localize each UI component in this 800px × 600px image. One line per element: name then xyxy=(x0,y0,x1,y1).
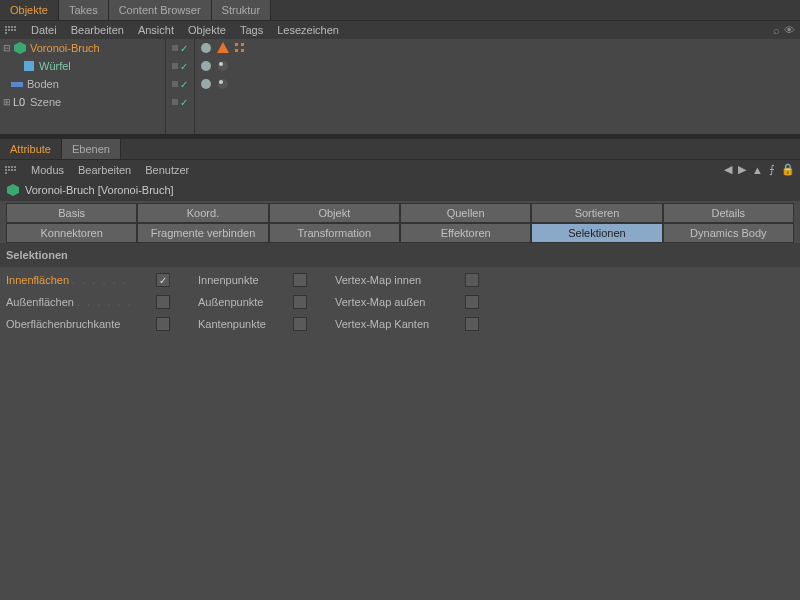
visibility-toggle[interactable]: ✓ xyxy=(166,39,194,57)
eye-icon[interactable]: 👁 xyxy=(784,24,795,36)
svg-point-12 xyxy=(219,62,223,66)
search-icon[interactable]: ⌕ xyxy=(773,24,780,36)
tree-label: Würfel xyxy=(39,60,71,72)
menu-modus[interactable]: Modus xyxy=(31,164,64,176)
tag-warning-icon[interactable] xyxy=(216,41,230,55)
attr-tab-selektionen[interactable]: Selektionen xyxy=(531,223,662,243)
svg-marker-5 xyxy=(217,42,229,53)
collapse-icon[interactable]: ⊟ xyxy=(3,43,13,53)
checkbox[interactable] xyxy=(293,295,307,309)
dots: . . . . . . xyxy=(77,296,133,308)
tree-label: Voronoi-Bruch xyxy=(30,42,100,54)
menu-ansicht[interactable]: Ansicht xyxy=(138,24,174,36)
checkbox[interactable] xyxy=(293,317,307,331)
visibility-toggle[interactable]: ✓ xyxy=(166,57,194,75)
param-row: Außenflächen . . . . . . xyxy=(6,293,170,311)
checkbox[interactable] xyxy=(293,273,307,287)
attribute-header-text: Voronoi-Bruch [Voronoi-Bruch] xyxy=(25,184,174,196)
attr-tab-transformation[interactable]: Transformation xyxy=(269,223,400,243)
lock-icon[interactable]: 🔒 xyxy=(781,163,795,176)
menu-benutzer[interactable]: Benutzer xyxy=(145,164,189,176)
menu-datei[interactable]: Datei xyxy=(31,24,57,36)
menu-objekte[interactable]: Objekte xyxy=(188,24,226,36)
nav-back-icon[interactable]: ◀ xyxy=(724,163,732,176)
attr-tab-koord[interactable]: Koord. xyxy=(137,203,268,223)
tree-label: Szene xyxy=(30,96,61,108)
attr-tab-sortieren[interactable]: Sortieren xyxy=(531,203,662,223)
function-icon[interactable]: ⨍ xyxy=(769,163,775,176)
tag-sphere-icon[interactable] xyxy=(199,41,213,55)
attr-tab-konnektoren[interactable]: Konnektoren xyxy=(6,223,137,243)
tree-row[interactable]: Boden xyxy=(0,75,165,93)
nav-up-icon[interactable]: ▲ xyxy=(752,164,763,176)
checkbox[interactable] xyxy=(465,295,479,309)
tree-row[interactable]: ⊞ L0 Szene xyxy=(0,93,165,111)
attr-tab-basis[interactable]: Basis xyxy=(6,203,137,223)
tag-row[interactable] xyxy=(199,39,800,57)
tree-row[interactable]: ⊟ Voronoi-Bruch xyxy=(0,39,165,57)
menu-bearbeiten[interactable]: Bearbeiten xyxy=(71,24,124,36)
param-label: Innenflächen . . . . . . xyxy=(6,274,156,286)
checkbox[interactable] xyxy=(465,273,479,287)
attribute-tab-bar: Attribute Ebenen xyxy=(0,139,800,160)
voronoi-icon xyxy=(13,41,27,55)
param-row: Oberflächenbruchkante xyxy=(6,315,170,333)
tag-sphere-icon[interactable] xyxy=(199,77,213,91)
attr-tab-fragmenteverbinden[interactable]: Fragmente verbinden xyxy=(137,223,268,243)
tag-material-icon[interactable] xyxy=(216,77,230,91)
param-label: Außenpunkte xyxy=(198,296,293,308)
visibility-toggle[interactable]: ✓ xyxy=(166,75,194,93)
tab-ebenen[interactable]: Ebenen xyxy=(62,139,121,159)
svg-rect-9 xyxy=(241,49,244,52)
param-label: Außenflächen . . . . . . xyxy=(6,296,156,308)
checkbox[interactable] xyxy=(465,317,479,331)
svg-marker-0 xyxy=(14,42,26,54)
attr-tab-effektoren[interactable]: Effektoren xyxy=(400,223,531,243)
tab-takes[interactable]: Takes xyxy=(59,0,109,20)
menu-lesezeichen[interactable]: Lesezeichen xyxy=(277,24,339,36)
expand-icon[interactable]: ⊞ xyxy=(3,97,13,107)
svg-rect-8 xyxy=(235,49,238,52)
attr-tab-quellen[interactable]: Quellen xyxy=(400,203,531,223)
tag-row[interactable] xyxy=(199,57,800,75)
tag-material-icon[interactable] xyxy=(216,59,230,73)
param-row: Innenpunkte xyxy=(198,271,307,289)
param-label: Innenpunkte xyxy=(198,274,293,286)
param-label: Vertex-Map Kanten xyxy=(335,318,465,330)
svg-point-10 xyxy=(201,61,211,71)
tag-grid-icon[interactable] xyxy=(233,41,247,55)
checkbox[interactable] xyxy=(156,295,170,309)
attr-tab-dynamicsbody[interactable]: Dynamics Body xyxy=(663,223,794,243)
svg-point-15 xyxy=(219,80,223,84)
tag-row[interactable] xyxy=(199,75,800,93)
param-row: Innenflächen . . . . . .✓ xyxy=(6,271,170,289)
svg-point-13 xyxy=(201,79,211,89)
cube-icon xyxy=(22,59,36,73)
grip-icon xyxy=(5,166,17,174)
attribute-header: Voronoi-Bruch [Voronoi-Bruch] xyxy=(0,179,800,201)
param-label: Oberflächenbruchkante xyxy=(6,318,156,330)
tree-label: Boden xyxy=(27,78,59,90)
tree-row[interactable]: Würfel xyxy=(0,57,165,75)
tab-attribute[interactable]: Attribute xyxy=(0,139,62,159)
param-row: Kantenpunkte xyxy=(198,315,307,333)
tag-sphere-icon[interactable] xyxy=(199,59,213,73)
svg-point-14 xyxy=(218,79,228,89)
checkbox[interactable]: ✓ xyxy=(156,273,170,287)
attr-tab-details[interactable]: Details xyxy=(663,203,794,223)
object-manager-menu: Datei Bearbeiten Ansicht Objekte Tags Le… xyxy=(0,21,800,39)
param-row: Vertex-Map außen xyxy=(335,293,479,311)
menu-bearbeiten-attr[interactable]: Bearbeiten xyxy=(78,164,131,176)
checkbox[interactable] xyxy=(156,317,170,331)
tab-struktur[interactable]: Struktur xyxy=(212,0,272,20)
svg-point-4 xyxy=(201,43,211,53)
attr-tab-objekt[interactable]: Objekt xyxy=(269,203,400,223)
params-area: Innenflächen . . . . . .✓Außenflächen . … xyxy=(0,267,800,337)
scene-icon: L0 xyxy=(13,95,27,109)
nav-fwd-icon[interactable]: ▶ xyxy=(738,163,746,176)
svg-marker-16 xyxy=(7,184,19,196)
tab-objekte[interactable]: Objekte xyxy=(0,0,59,20)
visibility-toggle[interactable]: ✓ xyxy=(166,93,194,111)
tab-content-browser[interactable]: Content Browser xyxy=(109,0,212,20)
menu-tags[interactable]: Tags xyxy=(240,24,263,36)
